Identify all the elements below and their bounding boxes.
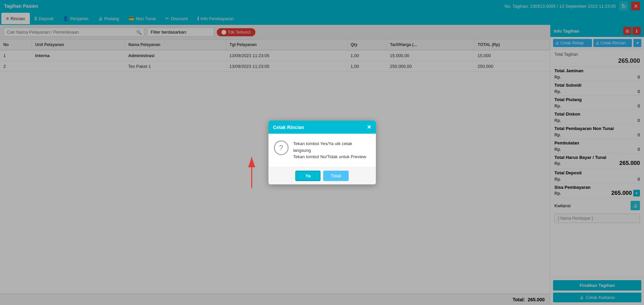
modal-ya-button[interactable]: Ya [295, 171, 320, 181]
cetak-rincian-modal: Cetak Rincian ✕ ? Tekan tombol Yes/Ya ut… [268, 121, 376, 184]
modal-header: Cetak Rincian ✕ [268, 121, 376, 134]
modal-footer: Ya Tidak [268, 167, 376, 184]
modal-title: Cetak Rincian [273, 125, 304, 130]
modal-close-button[interactable]: ✕ [367, 124, 371, 130]
modal-message-line2: Tekan tombol No/Tidak untuk Preview [293, 154, 366, 159]
modal-body: ? Tekan tombol Yes/Ya utk cetak langsung… [268, 134, 376, 167]
modal-message-line1: Tekan tombol Yes/Ya utk cetak langsung [293, 141, 352, 153]
modal-tidak-button[interactable]: Tidak [323, 171, 348, 181]
modal-overlay: Cetak Rincian ✕ ? Tekan tombol Yes/Ya ut… [0, 0, 644, 305]
modal-message: Tekan tombol Yes/Ya utk cetak langsung T… [293, 140, 370, 160]
question-icon: ? [274, 140, 289, 155]
